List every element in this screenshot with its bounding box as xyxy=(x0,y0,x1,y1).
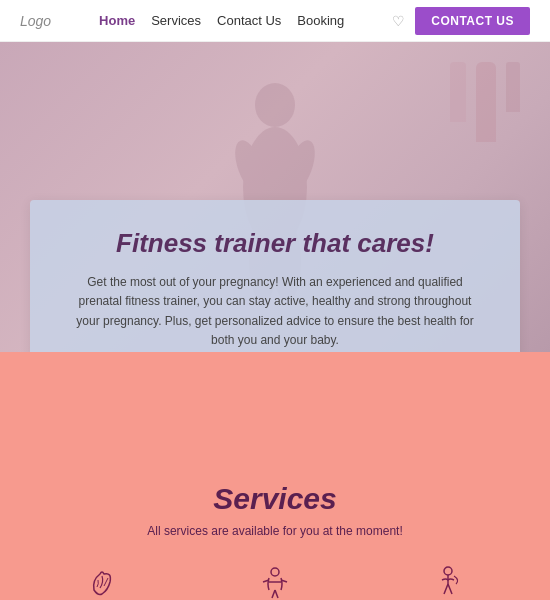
nav-contact[interactable]: Contact Us xyxy=(217,13,281,28)
heart-icon[interactable]: ♡ xyxy=(392,13,405,29)
hero-title: Fitness trainer that cares! xyxy=(70,228,480,259)
services-section: Services All services are available for … xyxy=(0,462,550,600)
hero-description: Get the most out of your pregnancy! With… xyxy=(70,273,480,350)
service-item-recovery: Postpartum Recovery Support All services… xyxy=(367,562,530,600)
navbar: Logo Home Services Contact Us Booking ♡ … xyxy=(0,0,550,42)
svg-point-7 xyxy=(444,567,452,575)
services-title: Services xyxy=(20,482,530,516)
nav-home[interactable]: Home xyxy=(99,13,135,28)
nav-links: Home Services Contact Us Booking xyxy=(99,13,344,28)
nav-right: ♡ CONTACT US xyxy=(392,7,530,35)
svg-point-0 xyxy=(255,83,295,127)
hero-section: Fitness trainer that cares! Get the most… xyxy=(0,42,550,352)
logo: Logo xyxy=(20,13,51,29)
svg-point-6 xyxy=(271,568,279,576)
exercise-icon xyxy=(199,562,350,600)
services-subtitle: All services are available for you at th… xyxy=(20,524,530,538)
nutrition-icon xyxy=(26,562,177,600)
service-item-nutrition: Prenatal Nutrition Education All service… xyxy=(20,562,183,600)
services-grid: Prenatal Nutrition Education All service… xyxy=(20,562,530,600)
nav-booking[interactable]: Booking xyxy=(297,13,344,28)
service-item-exercise: Prenatal Exercise Instruction All servic… xyxy=(193,562,356,600)
hero-spacer xyxy=(0,352,550,462)
hero-card: Fitness trainer that cares! Get the most… xyxy=(30,200,520,352)
nav-services[interactable]: Services xyxy=(151,13,201,28)
contact-us-button[interactable]: CONTACT US xyxy=(415,7,530,35)
recovery-icon xyxy=(373,562,524,600)
